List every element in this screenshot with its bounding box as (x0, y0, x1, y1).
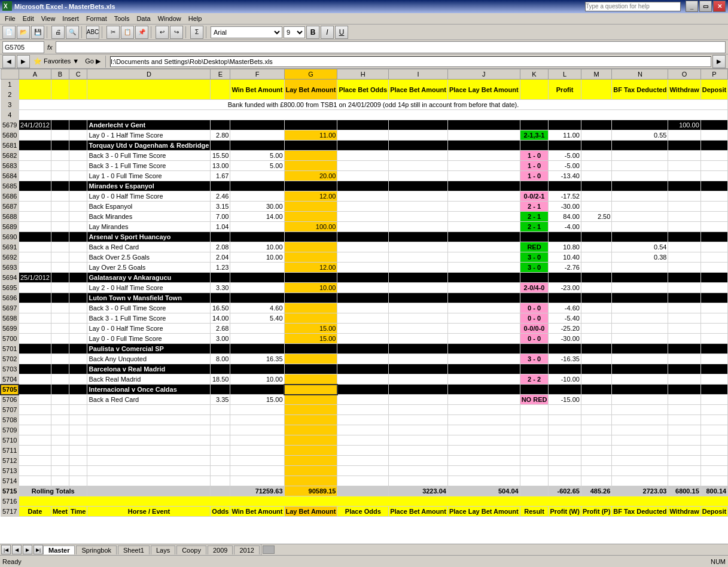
cell-a[interactable] (19, 222, 51, 232)
cell-h[interactable] (337, 334, 389, 344)
cell-o[interactable] (668, 191, 700, 202)
cell-o[interactable] (668, 364, 700, 374)
cell-n[interactable] (612, 385, 668, 395)
cell-h[interactable] (337, 130, 389, 141)
cell-l[interactable]: -17.52 (549, 191, 581, 202)
cell-j[interactable] (447, 222, 520, 232)
cell-i[interactable] (389, 141, 448, 151)
cell-f[interactable] (230, 181, 284, 191)
cell-o[interactable] (668, 141, 700, 151)
cell-h[interactable] (337, 171, 389, 181)
cell-n[interactable] (612, 273, 668, 283)
cell-n[interactable] (612, 283, 668, 293)
cell-f[interactable] (230, 222, 284, 232)
cell-l[interactable]: -5.00 (549, 151, 581, 161)
cell-e[interactable]: 13.00 (211, 161, 230, 171)
col-header-g[interactable]: G (284, 69, 337, 80)
cell-p[interactable] (700, 222, 727, 232)
cell-o[interactable] (668, 161, 700, 171)
grid-scroll[interactable]: A B C D E F G H I J K L M N O (0, 69, 728, 544)
cell-a[interactable] (19, 324, 51, 334)
cell-j[interactable] (447, 263, 520, 273)
cell-i[interactable] (389, 130, 448, 141)
cell-i1[interactable]: Place Bet Amount (389, 80, 448, 100)
cell-d[interactable]: Anderlecht v Gent (87, 120, 211, 130)
sum-button[interactable]: Σ (190, 26, 203, 39)
cell-f[interactable] (230, 120, 284, 130)
cell-k[interactable]: 0 - 0 (520, 303, 549, 313)
cell-k[interactable]: 2-0/4-0 (520, 283, 549, 293)
cell-k[interactable]: 1 - 0 (520, 161, 549, 171)
cell-p[interactable] (700, 374, 727, 385)
cell-e[interactable] (211, 344, 230, 354)
cell-g[interactable] (284, 344, 337, 354)
cell-g[interactable] (284, 273, 337, 283)
cell-a[interactable] (19, 232, 51, 242)
cell-g[interactable] (284, 141, 337, 151)
cell-i[interactable] (389, 334, 448, 344)
cell-c[interactable] (69, 252, 87, 263)
cell-f[interactable] (230, 171, 284, 181)
cell-m[interactable] (581, 151, 611, 161)
cell-h[interactable] (337, 161, 389, 171)
cell-b[interactable] (51, 354, 69, 364)
cell-d[interactable]: Back Mirandes (87, 212, 211, 222)
cell-g[interactable]: 10.00 (284, 283, 337, 293)
cell-m[interactable] (581, 171, 611, 181)
col-header-d[interactable]: D (87, 69, 211, 80)
col-header-f[interactable]: F (230, 69, 284, 80)
cell-h[interactable] (337, 385, 389, 395)
cell-e1[interactable] (211, 80, 230, 100)
cell-c[interactable] (69, 283, 87, 293)
cell-j[interactable] (447, 283, 520, 293)
cell-e[interactable] (211, 181, 230, 191)
cell-o[interactable] (668, 324, 700, 334)
cell-m[interactable] (581, 273, 611, 283)
cell-p[interactable] (700, 334, 727, 344)
cell-h[interactable] (337, 242, 389, 252)
cell-b[interactable] (51, 191, 69, 202)
cell-n[interactable] (612, 324, 668, 334)
cell-d[interactable]: Internacional v Once Caldas (87, 385, 211, 395)
cell-e[interactable]: 7.00 (211, 212, 230, 222)
col-header-a[interactable]: A (19, 69, 51, 80)
cell-g1[interactable]: Lay Bet Amount (284, 80, 337, 100)
cell-k[interactable]: 1 - 0 (520, 171, 549, 181)
cell-c[interactable] (69, 324, 87, 334)
cell-h[interactable] (337, 151, 389, 161)
cell-o[interactable] (668, 273, 700, 283)
cell-a[interactable] (19, 395, 51, 405)
cell-e[interactable]: 2.04 (211, 252, 230, 263)
cell-g[interactable] (284, 395, 337, 405)
cell-c[interactable] (69, 334, 87, 344)
cell-k[interactable] (520, 344, 549, 354)
cell-m[interactable] (581, 120, 611, 130)
menu-window[interactable]: Window (154, 14, 185, 23)
cell-n[interactable] (612, 232, 668, 242)
cell-m[interactable] (581, 141, 611, 151)
cell-p[interactable] (700, 191, 727, 202)
cell-p[interactable] (700, 273, 727, 283)
cell-a[interactable] (19, 181, 51, 191)
cell-l[interactable] (549, 293, 581, 303)
cell-c[interactable] (69, 374, 87, 385)
cell-f[interactable] (230, 364, 284, 374)
cell-m[interactable] (581, 303, 611, 313)
cell-m[interactable] (581, 263, 611, 273)
cell-f1[interactable]: Win Bet Amount (230, 80, 284, 100)
cell-m[interactable] (581, 374, 611, 385)
cell-l[interactable] (549, 344, 581, 354)
cell-p[interactable] (700, 202, 727, 212)
cell-p[interactable] (700, 385, 727, 395)
cell-b[interactable] (51, 202, 69, 212)
cell-j[interactable] (447, 141, 520, 151)
cell-b[interactable] (51, 161, 69, 171)
cell-l[interactable]: -30.00 (549, 202, 581, 212)
col-header-l[interactable]: L (549, 69, 581, 80)
menu-data[interactable]: Data (133, 14, 154, 23)
cell-b[interactable] (51, 181, 69, 191)
cell-c[interactable] (69, 313, 87, 324)
cell-e[interactable] (211, 273, 230, 283)
cell-m[interactable] (581, 191, 611, 202)
cell-n[interactable] (612, 151, 668, 161)
